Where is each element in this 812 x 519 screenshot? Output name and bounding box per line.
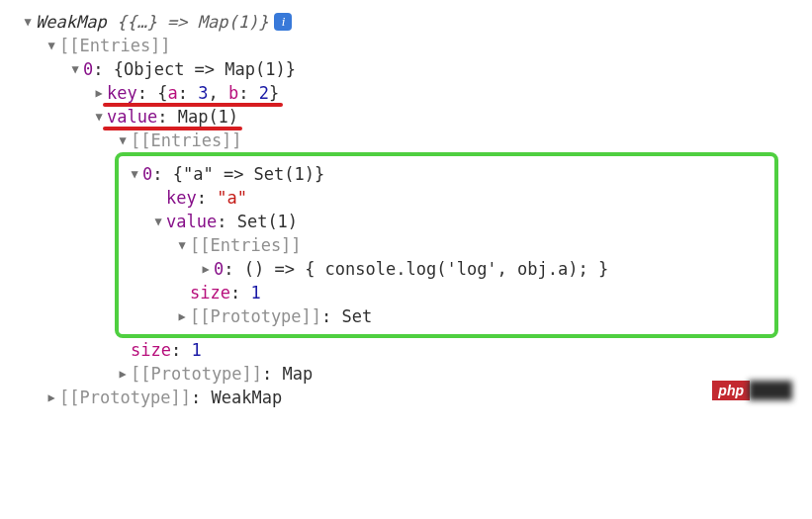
set-entry0-summary-line[interactable]: ▼ 0 : {"a" => Set(1)}: [123, 162, 768, 186]
entry0-key-underline: key: {a: 3, b: 2}: [107, 83, 279, 103]
entries-line[interactable]: ▼ [[Entries]]: [20, 34, 792, 57]
watermark-blur: [749, 381, 792, 400]
colon: :: [93, 59, 113, 79]
set-entry0-value-line[interactable]: ▼ value : Set(1): [123, 210, 768, 233]
set-entries-line[interactable]: ▼ [[Entries]]: [123, 233, 768, 257]
map-proto-line[interactable]: ▶ [[Prototype]] : Map: [20, 362, 792, 386]
weakmap-proto-line[interactable]: ▶ [[Prototype]] : WeakMap: [20, 386, 792, 409]
entry0-index: 0: [83, 59, 93, 79]
arrow-down-icon[interactable]: ▼: [44, 39, 59, 52]
entries-label: [[Entries]]: [59, 36, 171, 55]
arrow-right-icon[interactable]: ▶: [198, 262, 214, 276]
watermark: php: [712, 380, 792, 401]
map-size-line[interactable]: size : 1: [20, 338, 792, 362]
arrow-down-icon[interactable]: ▼: [174, 238, 190, 252]
set-inner-entry0-line[interactable]: ▶ 0 : () => { console.log('log', obj.a);…: [123, 257, 768, 281]
root-summary-line[interactable]: ▼ WeakMap {{…} => Map(1)} i: [20, 10, 792, 34]
set-size-line[interactable]: size : 1: [123, 281, 768, 304]
set-entry0-key-line[interactable]: key : "a": [123, 186, 768, 210]
entry0-value-line[interactable]: ▼ value: Map(1): [20, 105, 792, 129]
arrow-down-icon[interactable]: ▼: [67, 62, 83, 76]
entry0-summary: {Object => Map(1)}: [114, 59, 296, 79]
arrow-down-icon[interactable]: ▼: [150, 215, 166, 228]
watermark-text: php: [712, 381, 750, 400]
arrow-right-icon[interactable]: ▶: [91, 86, 107, 100]
arrow-down-icon[interactable]: ▼: [91, 110, 107, 124]
entry0-value-underline: value: Map(1): [107, 107, 238, 127]
arrow-down-icon[interactable]: ▼: [20, 15, 36, 29]
highlight-box: ▼ 0 : {"a" => Set(1)} key : "a" ▼ value …: [115, 152, 778, 338]
arrow-down-icon[interactable]: ▼: [115, 133, 131, 147]
arrow-right-icon[interactable]: ▶: [115, 367, 131, 381]
arrow-down-icon[interactable]: ▼: [127, 167, 142, 181]
arrow-right-icon[interactable]: ▶: [44, 390, 59, 404]
info-icon[interactable]: i: [274, 13, 292, 31]
root-summary: WeakMap {{…} => Map(1)}: [36, 12, 268, 32]
set-proto-line[interactable]: ▶ [[Prototype]] : Set: [123, 304, 768, 328]
entry0-key-line[interactable]: ▶ key: {a: 3, b: 2}: [20, 81, 792, 105]
inner-entries-line[interactable]: ▼ [[Entries]]: [20, 129, 792, 152]
entry0-summary-line[interactable]: ▼ 0 : {Object => Map(1)}: [20, 57, 792, 81]
inner-entries-label: [[Entries]]: [131, 130, 242, 150]
arrow-right-icon[interactable]: ▶: [174, 309, 190, 323]
